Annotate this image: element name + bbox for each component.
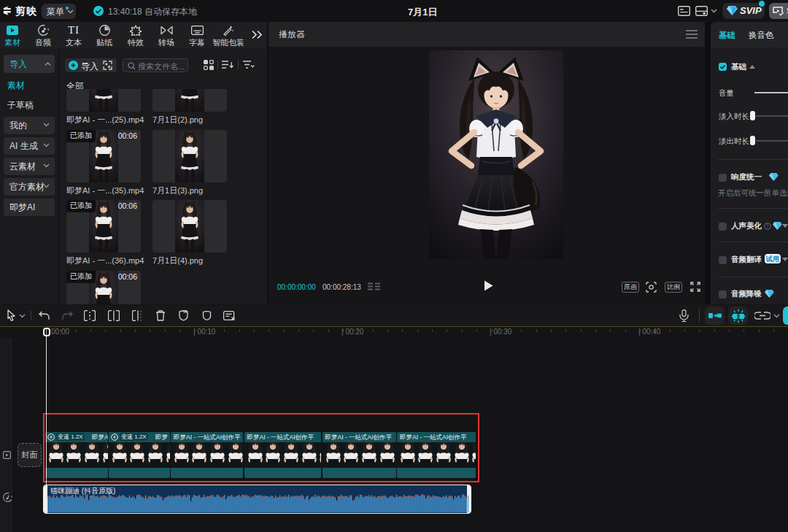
svg-text:?: ?: [766, 223, 769, 228]
